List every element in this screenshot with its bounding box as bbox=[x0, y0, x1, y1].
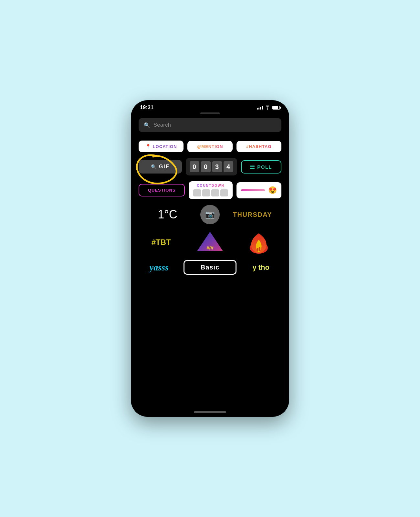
timer-digit-4: 4 bbox=[224, 161, 233, 172]
temperature-label: 1°C bbox=[158, 208, 177, 221]
lit-stars: ✦✦ bbox=[199, 232, 204, 235]
timer-digit-3: 3 bbox=[212, 161, 222, 172]
notch-area bbox=[131, 112, 289, 114]
pin-icon: 📍 bbox=[145, 144, 151, 149]
ytho-sticker[interactable]: y tho bbox=[240, 263, 281, 272]
basic-label: Basic bbox=[201, 264, 219, 271]
mention-label: @MENTION bbox=[197, 144, 223, 149]
row-4: 1°C 📷 THURSDAY bbox=[139, 205, 281, 224]
gif-sticker[interactable]: 🔍 GIF bbox=[139, 160, 182, 174]
svg-rect-4 bbox=[259, 247, 260, 251]
hashtag-label: #HASHTAG bbox=[246, 144, 272, 149]
timer-sticker[interactable]: 0 0 3 4 bbox=[186, 158, 237, 175]
status-icons bbox=[257, 105, 280, 111]
signal-icon bbox=[257, 106, 263, 110]
mention-sticker[interactable]: @MENTION bbox=[187, 141, 232, 152]
poll-label: POLL bbox=[257, 164, 272, 170]
location-label: LOCATION bbox=[153, 144, 177, 149]
poll-icon bbox=[250, 165, 255, 169]
camera-icon: 📷 bbox=[205, 210, 215, 219]
svg-rect-3 bbox=[257, 248, 258, 251]
timer-digit-2: 0 bbox=[201, 161, 211, 172]
countdown-sticker[interactable]: COUNTDOWN bbox=[189, 181, 232, 199]
status-time: 19:31 bbox=[140, 105, 153, 111]
tbt-sticker[interactable]: #TBT bbox=[139, 238, 184, 247]
lit-text: #lit bbox=[206, 245, 214, 250]
fire-sticker[interactable] bbox=[236, 230, 281, 254]
hashtag-sticker[interactable]: #HASHTAG bbox=[236, 141, 281, 152]
home-bar bbox=[194, 411, 226, 413]
row-5: #TBT #lit ✦✦ bbox=[139, 230, 281, 254]
countdown-blocks bbox=[193, 189, 228, 196]
phone-frame: 19:31 bbox=[131, 100, 289, 417]
row-1: 📍 LOCATION @MENTION #HASHTAG bbox=[139, 141, 281, 152]
status-bar: 19:31 bbox=[131, 100, 289, 112]
gif-search-icon: 🔍 bbox=[151, 164, 156, 169]
search-placeholder: Search bbox=[153, 122, 171, 128]
questions-label: QUESTIONS bbox=[148, 188, 176, 193]
stickers-grid: 📍 LOCATION @MENTION #HASHTAG 🔍 GIF 0 0 bbox=[131, 137, 289, 409]
row-2: 🔍 GIF 0 0 3 4 POLL bbox=[139, 158, 281, 175]
temperature-sticker[interactable]: 1°C bbox=[139, 208, 196, 221]
slider-sticker[interactable]: 😍 bbox=[236, 182, 281, 198]
questions-sticker[interactable]: QUESTIONS bbox=[139, 184, 185, 196]
slider-emoji: 😍 bbox=[268, 186, 277, 195]
ytho-label: y tho bbox=[252, 263, 269, 272]
camera-sticker[interactable]: 📷 bbox=[200, 205, 220, 224]
svg-point-0 bbox=[267, 109, 268, 109]
lit-sticker[interactable]: #lit ✦✦ bbox=[187, 230, 232, 254]
yasss-label: yasss bbox=[150, 262, 169, 273]
tbt-label: #TBT bbox=[152, 238, 171, 247]
row-6: yasss Basic y tho bbox=[139, 260, 281, 275]
fire-graphic bbox=[247, 230, 270, 254]
countdown-title: COUNTDOWN bbox=[197, 184, 224, 187]
poll-sticker[interactable]: POLL bbox=[241, 160, 282, 174]
search-bar[interactable]: 🔍 Search bbox=[139, 118, 281, 132]
yasss-sticker[interactable]: yasss bbox=[139, 262, 180, 273]
home-indicator bbox=[131, 409, 289, 417]
search-icon: 🔍 bbox=[144, 122, 150, 128]
basic-sticker[interactable]: Basic bbox=[184, 260, 237, 275]
row-3: QUESTIONS COUNTDOWN 😍 bbox=[139, 181, 281, 199]
gif-label: GIF bbox=[159, 164, 170, 170]
wifi-icon bbox=[265, 105, 270, 111]
battery-icon bbox=[272, 106, 280, 110]
location-sticker[interactable]: 📍 LOCATION bbox=[139, 141, 184, 152]
thursday-sticker[interactable]: THURSDAY bbox=[224, 211, 281, 218]
search-bar-container[interactable]: 🔍 Search bbox=[131, 115, 289, 137]
thursday-label: THURSDAY bbox=[233, 211, 272, 218]
slider-track bbox=[241, 189, 265, 191]
timer-digit-1: 0 bbox=[190, 161, 199, 172]
